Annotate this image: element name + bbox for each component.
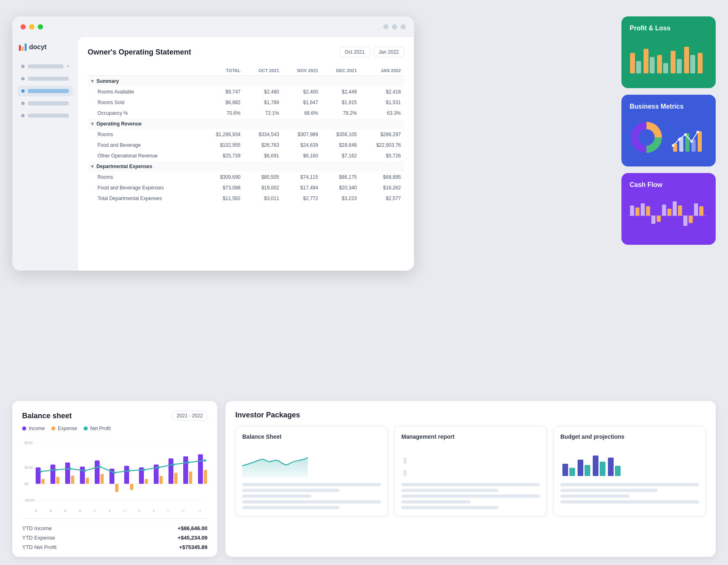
chart-legend: Income Expense Net Profit	[22, 426, 207, 431]
nav-icon-1	[21, 65, 25, 68]
close-dot[interactable]	[20, 24, 26, 30]
pkg-budget-lines	[560, 483, 699, 503]
svg-rect-50	[65, 462, 70, 484]
net-profit-label: Net Profit	[90, 426, 111, 431]
ytd-expense-value: +$45,234.09	[177, 535, 207, 541]
svg-rect-98	[578, 460, 583, 476]
pkg-budget-title: Budget and projections	[560, 433, 699, 440]
business-metrics-card[interactable]: Business Metrics	[621, 95, 716, 166]
package-balance-sheet[interactable]: Balance Sheet	[235, 426, 388, 516]
svg-rect-0	[630, 53, 635, 73]
year-range-button[interactable]: 2021 - 2022	[172, 411, 207, 421]
table-row: Total Departmental Expenses $11,582 $3,0…	[88, 193, 404, 204]
cash-flow-title: Cash Flow	[630, 181, 708, 189]
minimize-dot[interactable]	[29, 24, 34, 30]
svg-rect-25	[635, 207, 639, 216]
svg-text:JUL: JUL	[123, 509, 126, 512]
row-label: Rooms Sold	[88, 97, 200, 108]
pkg-line-3	[242, 494, 312, 498]
cell-total: $9,747	[200, 87, 243, 97]
svg-rect-4	[657, 55, 662, 73]
svg-text:OCT: OCT	[167, 510, 171, 512]
svg-point-76	[128, 469, 130, 472]
pkg-balance-lines	[242, 483, 381, 509]
nav-icon-4	[21, 102, 25, 105]
svg-rect-100	[593, 456, 598, 476]
pkg-line-b2	[560, 489, 657, 492]
sidebar-item-4[interactable]	[17, 98, 73, 109]
statement-header: Owner's Operating Statement Oct 2021 Jan…	[88, 47, 404, 57]
expense-label: Expense	[58, 426, 77, 431]
sidebar-item-2[interactable]	[17, 73, 73, 84]
col-header-dec: DEC 2021	[321, 66, 360, 76]
investor-packages: Investor Packages Balance Sheet	[225, 401, 716, 557]
svg-point-78	[157, 466, 160, 469]
table-row: Rooms $1,286,934 $334,543 $307,989 $358,…	[88, 129, 404, 140]
svg-rect-46	[36, 467, 41, 484]
svg-rect-9	[690, 55, 695, 73]
svg-text:NOV: NOV	[182, 509, 185, 512]
chevron-icon-1: ▾	[67, 64, 69, 68]
pkg-line-b4	[560, 500, 699, 503]
nav-label-2	[28, 77, 69, 81]
svg-rect-59	[130, 484, 133, 490]
svg-rect-27	[646, 206, 650, 216]
svg-rect-33	[678, 205, 682, 216]
legend-net-profit: Net Profit	[84, 426, 111, 431]
logo-area: docyt	[17, 43, 73, 51]
cash-flow-card[interactable]: Cash Flow	[621, 173, 716, 245]
svg-rect-28	[651, 216, 655, 224]
table-row: Rooms $309,690 $80,505 $74,115 $86,175 $…	[88, 172, 404, 182]
row-label: Occupancy %	[88, 108, 200, 118]
svg-rect-96	[562, 464, 568, 476]
svg-point-81	[204, 459, 206, 462]
svg-rect-103	[615, 466, 621, 476]
balance-sheet-chart: $20K $10K $0 -$10K	[22, 438, 207, 512]
nav-label-3	[28, 89, 69, 93]
svg-rect-15	[685, 133, 689, 152]
pkg-management-lines	[401, 483, 540, 509]
sidebar-item-3[interactable]	[17, 86, 73, 96]
pkg-line-m1	[401, 483, 540, 486]
nav-icon-5	[21, 114, 25, 117]
sidebar-item-1[interactable]: ▾	[17, 61, 73, 72]
svg-rect-102	[608, 458, 614, 476]
content-area: Owner's Operating Statement Oct 2021 Jan…	[78, 37, 414, 271]
window-titlebar	[12, 16, 414, 37]
svg-rect-49	[56, 477, 59, 484]
sidebar-item-5[interactable]	[17, 110, 73, 121]
table-row: Other Operational Revenue $25,739 $6,691…	[88, 150, 404, 161]
investor-packages-title: Investor Packages	[235, 411, 706, 419]
table-row: Rooms Available $9,747 $2,480 $2,400 $2,…	[88, 87, 404, 97]
section-summary: ▾ Summary	[88, 76, 404, 87]
row-label: Food and Beverage	[88, 140, 200, 150]
main-app-window: docyt ▾	[12, 16, 414, 271]
svg-rect-47	[41, 479, 45, 484]
svg-point-20	[684, 133, 687, 136]
svg-rect-29	[657, 216, 661, 222]
col-header-jan: JAN 2022	[360, 66, 404, 76]
svg-rect-32	[673, 201, 677, 216]
expand-dot[interactable]	[38, 24, 43, 30]
svg-text:JAN: JAN	[34, 510, 38, 512]
section-operating-label: ▾ Operating Revenue	[88, 118, 404, 129]
svg-rect-94	[403, 470, 407, 476]
row-label: Rooms	[88, 172, 200, 182]
package-budget-projections[interactable]: Budget and projections	[553, 426, 706, 516]
ytd-net-profit-row: YTD Net Profit +$75345.89	[22, 542, 207, 552]
profit-loss-card[interactable]: Profit & Loss	[621, 16, 716, 88]
svg-rect-7	[677, 59, 682, 73]
pkg-line-m3	[401, 494, 540, 498]
date-to-button[interactable]: Jan 2022	[373, 47, 404, 57]
legend-expense: Expense	[51, 426, 77, 431]
package-management-report[interactable]: Management report	[394, 426, 547, 516]
svg-rect-67	[189, 472, 192, 484]
date-from-button[interactable]: Oct 2021	[339, 47, 370, 57]
svg-rect-53	[86, 478, 89, 484]
nav-icon-2	[21, 77, 25, 80]
svg-rect-99	[585, 465, 590, 476]
svg-rect-36	[694, 203, 698, 216]
svg-point-22	[696, 131, 699, 133]
logo-icon	[19, 43, 27, 51]
svg-text:$20K: $20K	[25, 441, 33, 445]
